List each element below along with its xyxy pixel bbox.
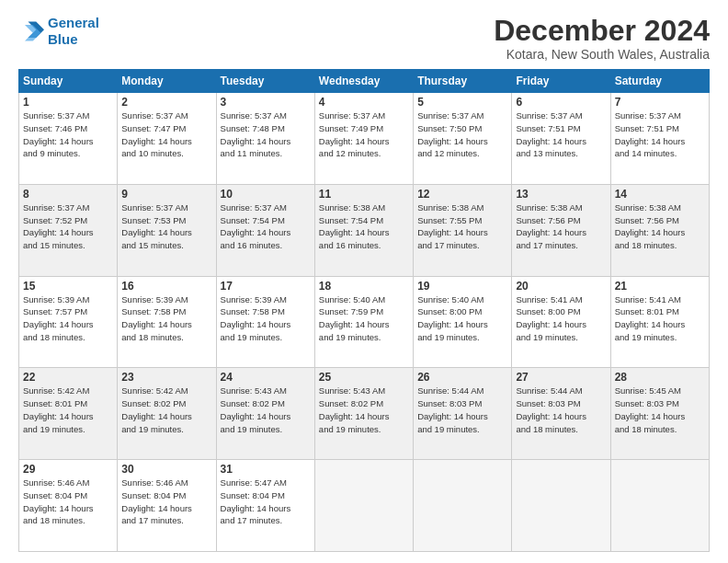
calendar-week-4: 22Sunrise: 5:42 AMSunset: 8:01 PMDayligh… xyxy=(19,368,710,460)
table-row: 30Sunrise: 5:46 AMSunset: 8:04 PMDayligh… xyxy=(118,460,216,552)
table-row: 25Sunrise: 5:43 AMSunset: 8:02 PMDayligh… xyxy=(314,368,413,460)
table-row: 6Sunrise: 5:37 AMSunset: 7:51 PMDaylight… xyxy=(512,93,610,185)
table-row: 2Sunrise: 5:37 AMSunset: 7:47 PMDaylight… xyxy=(118,93,216,185)
col-sunday: Sunday xyxy=(19,70,118,93)
table-row: 15Sunrise: 5:39 AMSunset: 7:57 PMDayligh… xyxy=(19,276,118,368)
table-row xyxy=(414,460,512,552)
table-row: 7Sunrise: 5:37 AMSunset: 7:51 PMDaylight… xyxy=(610,93,709,185)
table-row: 9Sunrise: 5:37 AMSunset: 7:53 PMDaylight… xyxy=(118,184,216,276)
table-row: 14Sunrise: 5:38 AMSunset: 7:56 PMDayligh… xyxy=(610,184,709,276)
table-row: 18Sunrise: 5:40 AMSunset: 7:59 PMDayligh… xyxy=(314,276,413,368)
table-row: 19Sunrise: 5:40 AMSunset: 8:00 PMDayligh… xyxy=(414,276,512,368)
table-row: 1Sunrise: 5:37 AMSunset: 7:46 PMDaylight… xyxy=(19,93,118,185)
table-row: 26Sunrise: 5:44 AMSunset: 8:03 PMDayligh… xyxy=(414,368,512,460)
table-row: 23Sunrise: 5:42 AMSunset: 8:02 PMDayligh… xyxy=(118,368,216,460)
page-title: December 2024 xyxy=(494,15,710,47)
table-row: 12Sunrise: 5:38 AMSunset: 7:55 PMDayligh… xyxy=(414,184,512,276)
table-row xyxy=(314,460,413,552)
table-row: 4Sunrise: 5:37 AMSunset: 7:49 PMDaylight… xyxy=(314,93,413,185)
col-friday: Friday xyxy=(512,70,610,93)
table-row: 3Sunrise: 5:37 AMSunset: 7:48 PMDaylight… xyxy=(216,93,314,185)
calendar-header-row: Sunday Monday Tuesday Wednesday Thursday… xyxy=(19,70,710,93)
table-row: 5Sunrise: 5:37 AMSunset: 7:50 PMDaylight… xyxy=(414,93,512,185)
logo-text: General Blue xyxy=(48,15,99,48)
logo: General Blue xyxy=(18,15,99,48)
table-row: 13Sunrise: 5:38 AMSunset: 7:56 PMDayligh… xyxy=(512,184,610,276)
table-row: 24Sunrise: 5:43 AMSunset: 8:02 PMDayligh… xyxy=(216,368,314,460)
calendar-table: Sunday Monday Tuesday Wednesday Thursday… xyxy=(18,69,710,552)
col-saturday: Saturday xyxy=(610,70,709,93)
table-row: 10Sunrise: 5:37 AMSunset: 7:54 PMDayligh… xyxy=(216,184,314,276)
table-row: 16Sunrise: 5:39 AMSunset: 7:58 PMDayligh… xyxy=(118,276,216,368)
header: General Blue December 2024 Kotara, New S… xyxy=(18,15,710,62)
logo-icon xyxy=(18,18,44,44)
col-wednesday: Wednesday xyxy=(314,70,413,93)
table-row: 8Sunrise: 5:37 AMSunset: 7:52 PMDaylight… xyxy=(19,184,118,276)
table-row: 29Sunrise: 5:46 AMSunset: 8:04 PMDayligh… xyxy=(19,460,118,552)
calendar-week-3: 15Sunrise: 5:39 AMSunset: 7:57 PMDayligh… xyxy=(19,276,710,368)
col-monday: Monday xyxy=(118,70,216,93)
calendar-week-2: 8Sunrise: 5:37 AMSunset: 7:52 PMDaylight… xyxy=(19,184,710,276)
table-row: 27Sunrise: 5:44 AMSunset: 8:03 PMDayligh… xyxy=(512,368,610,460)
page: General Blue December 2024 Kotara, New S… xyxy=(0,0,728,563)
title-block: December 2024 Kotara, New South Wales, A… xyxy=(494,15,710,62)
table-row: 11Sunrise: 5:38 AMSunset: 7:54 PMDayligh… xyxy=(314,184,413,276)
table-row: 22Sunrise: 5:42 AMSunset: 8:01 PMDayligh… xyxy=(19,368,118,460)
calendar-week-5: 29Sunrise: 5:46 AMSunset: 8:04 PMDayligh… xyxy=(19,460,710,552)
col-thursday: Thursday xyxy=(414,70,512,93)
table-row: 28Sunrise: 5:45 AMSunset: 8:03 PMDayligh… xyxy=(610,368,709,460)
page-subtitle: Kotara, New South Wales, Australia xyxy=(494,47,710,62)
table-row xyxy=(610,460,709,552)
table-row: 20Sunrise: 5:41 AMSunset: 8:00 PMDayligh… xyxy=(512,276,610,368)
calendar-week-1: 1Sunrise: 5:37 AMSunset: 7:46 PMDaylight… xyxy=(19,93,710,185)
col-tuesday: Tuesday xyxy=(216,70,314,93)
table-row: 21Sunrise: 5:41 AMSunset: 8:01 PMDayligh… xyxy=(610,276,709,368)
table-row: 17Sunrise: 5:39 AMSunset: 7:58 PMDayligh… xyxy=(216,276,314,368)
table-row xyxy=(512,460,610,552)
table-row: 31Sunrise: 5:47 AMSunset: 8:04 PMDayligh… xyxy=(216,460,314,552)
